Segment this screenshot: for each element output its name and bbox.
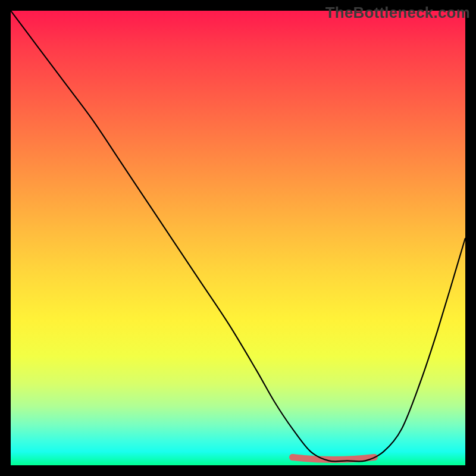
watermark-text: TheBottleneck.com xyxy=(325,4,470,22)
chart-frame: TheBottleneck.com xyxy=(0,0,476,476)
curve-layer xyxy=(11,11,465,465)
plot-area xyxy=(11,11,465,465)
plot-border xyxy=(11,11,465,465)
bottleneck-curve xyxy=(11,11,465,462)
optimal-range-marker xyxy=(289,454,378,461)
svg-point-0 xyxy=(289,454,296,461)
